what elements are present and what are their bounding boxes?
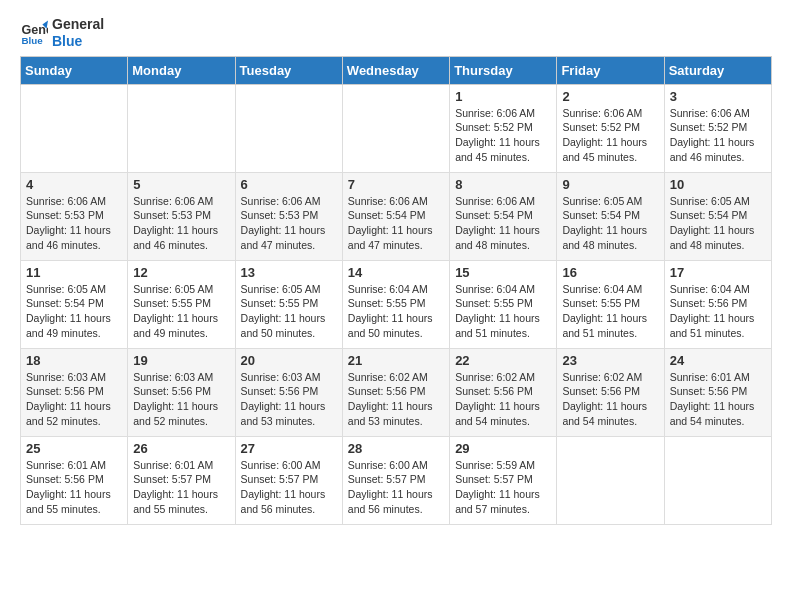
day-cell: 16Sunrise: 6:04 AMSunset: 5:55 PMDayligh… — [557, 260, 664, 348]
day-cell: 18Sunrise: 6:03 AMSunset: 5:56 PMDayligh… — [21, 348, 128, 436]
day-cell: 26Sunrise: 6:01 AMSunset: 5:57 PMDayligh… — [128, 436, 235, 524]
day-info: Sunrise: 6:06 AMSunset: 5:52 PMDaylight:… — [455, 106, 551, 165]
day-number: 10 — [670, 177, 766, 192]
day-info: Sunrise: 6:05 AMSunset: 5:55 PMDaylight:… — [241, 282, 337, 341]
day-cell: 23Sunrise: 6:02 AMSunset: 5:56 PMDayligh… — [557, 348, 664, 436]
day-number: 23 — [562, 353, 658, 368]
day-cell — [342, 84, 449, 172]
day-info: Sunrise: 6:04 AMSunset: 5:56 PMDaylight:… — [670, 282, 766, 341]
logo-icon: General Blue — [20, 19, 48, 47]
day-info: Sunrise: 6:04 AMSunset: 5:55 PMDaylight:… — [562, 282, 658, 341]
day-info: Sunrise: 6:02 AMSunset: 5:56 PMDaylight:… — [455, 370, 551, 429]
week-row-4: 25Sunrise: 6:01 AMSunset: 5:56 PMDayligh… — [21, 436, 772, 524]
day-number: 7 — [348, 177, 444, 192]
calendar-table: SundayMondayTuesdayWednesdayThursdayFrid… — [20, 56, 772, 525]
header-friday: Friday — [557, 56, 664, 84]
header-sunday: Sunday — [21, 56, 128, 84]
day-number: 13 — [241, 265, 337, 280]
day-info: Sunrise: 6:06 AMSunset: 5:52 PMDaylight:… — [562, 106, 658, 165]
day-number: 12 — [133, 265, 229, 280]
calendar-header-row: SundayMondayTuesdayWednesdayThursdayFrid… — [21, 56, 772, 84]
day-info: Sunrise: 6:03 AMSunset: 5:56 PMDaylight:… — [26, 370, 122, 429]
day-cell — [21, 84, 128, 172]
day-info: Sunrise: 6:02 AMSunset: 5:56 PMDaylight:… — [348, 370, 444, 429]
day-number: 29 — [455, 441, 551, 456]
svg-text:Blue: Blue — [21, 35, 43, 46]
day-cell: 22Sunrise: 6:02 AMSunset: 5:56 PMDayligh… — [450, 348, 557, 436]
day-cell: 20Sunrise: 6:03 AMSunset: 5:56 PMDayligh… — [235, 348, 342, 436]
day-cell: 28Sunrise: 6:00 AMSunset: 5:57 PMDayligh… — [342, 436, 449, 524]
day-number: 8 — [455, 177, 551, 192]
day-info: Sunrise: 6:05 AMSunset: 5:55 PMDaylight:… — [133, 282, 229, 341]
day-cell: 25Sunrise: 6:01 AMSunset: 5:56 PMDayligh… — [21, 436, 128, 524]
day-info: Sunrise: 6:06 AMSunset: 5:54 PMDaylight:… — [348, 194, 444, 253]
day-number: 20 — [241, 353, 337, 368]
week-row-1: 4Sunrise: 6:06 AMSunset: 5:53 PMDaylight… — [21, 172, 772, 260]
day-cell — [557, 436, 664, 524]
day-info: Sunrise: 6:03 AMSunset: 5:56 PMDaylight:… — [241, 370, 337, 429]
day-cell: 14Sunrise: 6:04 AMSunset: 5:55 PMDayligh… — [342, 260, 449, 348]
logo-line1: General — [52, 16, 104, 33]
day-cell — [128, 84, 235, 172]
day-cell: 9Sunrise: 6:05 AMSunset: 5:54 PMDaylight… — [557, 172, 664, 260]
day-number: 18 — [26, 353, 122, 368]
day-cell: 12Sunrise: 6:05 AMSunset: 5:55 PMDayligh… — [128, 260, 235, 348]
day-number: 19 — [133, 353, 229, 368]
day-info: Sunrise: 6:05 AMSunset: 5:54 PMDaylight:… — [670, 194, 766, 253]
day-cell: 1Sunrise: 6:06 AMSunset: 5:52 PMDaylight… — [450, 84, 557, 172]
day-info: Sunrise: 6:06 AMSunset: 5:52 PMDaylight:… — [670, 106, 766, 165]
day-cell: 15Sunrise: 6:04 AMSunset: 5:55 PMDayligh… — [450, 260, 557, 348]
day-number: 22 — [455, 353, 551, 368]
header-thursday: Thursday — [450, 56, 557, 84]
header: General Blue General Blue — [20, 16, 772, 50]
day-cell — [235, 84, 342, 172]
day-cell — [664, 436, 771, 524]
day-number: 16 — [562, 265, 658, 280]
week-row-0: 1Sunrise: 6:06 AMSunset: 5:52 PMDaylight… — [21, 84, 772, 172]
day-info: Sunrise: 6:03 AMSunset: 5:56 PMDaylight:… — [133, 370, 229, 429]
day-number: 4 — [26, 177, 122, 192]
logo-line2: Blue — [52, 33, 104, 50]
day-cell: 4Sunrise: 6:06 AMSunset: 5:53 PMDaylight… — [21, 172, 128, 260]
day-cell: 24Sunrise: 6:01 AMSunset: 5:56 PMDayligh… — [664, 348, 771, 436]
day-cell: 29Sunrise: 5:59 AMSunset: 5:57 PMDayligh… — [450, 436, 557, 524]
day-info: Sunrise: 6:00 AMSunset: 5:57 PMDaylight:… — [348, 458, 444, 517]
day-cell: 11Sunrise: 6:05 AMSunset: 5:54 PMDayligh… — [21, 260, 128, 348]
day-cell: 3Sunrise: 6:06 AMSunset: 5:52 PMDaylight… — [664, 84, 771, 172]
header-monday: Monday — [128, 56, 235, 84]
week-row-3: 18Sunrise: 6:03 AMSunset: 5:56 PMDayligh… — [21, 348, 772, 436]
day-cell: 27Sunrise: 6:00 AMSunset: 5:57 PMDayligh… — [235, 436, 342, 524]
day-cell: 6Sunrise: 6:06 AMSunset: 5:53 PMDaylight… — [235, 172, 342, 260]
day-cell: 13Sunrise: 6:05 AMSunset: 5:55 PMDayligh… — [235, 260, 342, 348]
day-number: 25 — [26, 441, 122, 456]
day-cell: 2Sunrise: 6:06 AMSunset: 5:52 PMDaylight… — [557, 84, 664, 172]
day-number: 5 — [133, 177, 229, 192]
day-info: Sunrise: 6:06 AMSunset: 5:53 PMDaylight:… — [26, 194, 122, 253]
day-cell: 21Sunrise: 6:02 AMSunset: 5:56 PMDayligh… — [342, 348, 449, 436]
day-number: 15 — [455, 265, 551, 280]
day-number: 11 — [26, 265, 122, 280]
day-number: 14 — [348, 265, 444, 280]
day-number: 24 — [670, 353, 766, 368]
day-cell: 10Sunrise: 6:05 AMSunset: 5:54 PMDayligh… — [664, 172, 771, 260]
day-number: 21 — [348, 353, 444, 368]
day-info: Sunrise: 6:04 AMSunset: 5:55 PMDaylight:… — [455, 282, 551, 341]
day-info: Sunrise: 6:00 AMSunset: 5:57 PMDaylight:… — [241, 458, 337, 517]
day-number: 26 — [133, 441, 229, 456]
day-info: Sunrise: 6:01 AMSunset: 5:57 PMDaylight:… — [133, 458, 229, 517]
day-cell: 5Sunrise: 6:06 AMSunset: 5:53 PMDaylight… — [128, 172, 235, 260]
day-cell: 19Sunrise: 6:03 AMSunset: 5:56 PMDayligh… — [128, 348, 235, 436]
day-number: 9 — [562, 177, 658, 192]
header-saturday: Saturday — [664, 56, 771, 84]
day-number: 1 — [455, 89, 551, 104]
logo: General Blue General Blue — [20, 16, 104, 50]
day-number: 6 — [241, 177, 337, 192]
header-wednesday: Wednesday — [342, 56, 449, 84]
day-info: Sunrise: 6:05 AMSunset: 5:54 PMDaylight:… — [26, 282, 122, 341]
day-info: Sunrise: 6:01 AMSunset: 5:56 PMDaylight:… — [26, 458, 122, 517]
day-info: Sunrise: 6:06 AMSunset: 5:53 PMDaylight:… — [133, 194, 229, 253]
day-number: 2 — [562, 89, 658, 104]
day-number: 3 — [670, 89, 766, 104]
day-info: Sunrise: 6:06 AMSunset: 5:54 PMDaylight:… — [455, 194, 551, 253]
day-cell: 7Sunrise: 6:06 AMSunset: 5:54 PMDaylight… — [342, 172, 449, 260]
